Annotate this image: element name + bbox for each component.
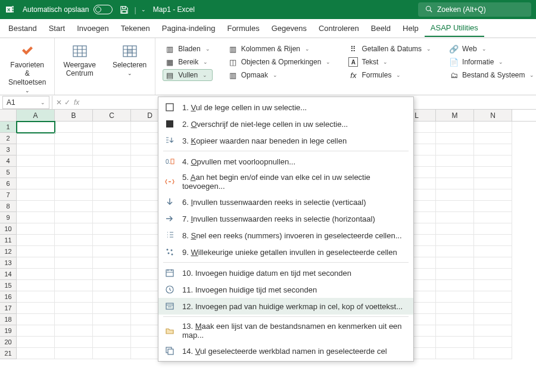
cell[interactable] <box>474 291 512 303</box>
tab-invoegen[interactable]: Invoegen <box>71 20 115 36</box>
cell[interactable] <box>474 212 512 223</box>
cell[interactable] <box>55 223 93 235</box>
getallen-button[interactable]: ⠿Getallen & Datums⌄ <box>346 43 434 55</box>
cell[interactable] <box>474 314 512 325</box>
cell[interactable] <box>55 235 93 246</box>
cell[interactable] <box>55 212 93 223</box>
cell[interactable] <box>93 348 131 359</box>
row-header[interactable]: 17 <box>0 303 17 314</box>
tab-bestand[interactable]: Bestand <box>2 20 43 36</box>
cell[interactable] <box>93 291 131 303</box>
row-header[interactable]: 3 <box>0 144 17 155</box>
cell[interactable] <box>17 257 55 269</box>
cell[interactable] <box>93 269 131 280</box>
row-header[interactable]: 9 <box>0 212 17 223</box>
bestand-button[interactable]: 🗂Bestand & Systeem⌄ <box>447 69 536 81</box>
kolommen-button[interactable]: ▥Kolommen & Rijen⌄ <box>226 43 334 55</box>
cell[interactable] <box>17 201 55 212</box>
cell[interactable] <box>55 133 93 144</box>
column-header[interactable]: A <box>17 110 55 121</box>
cell[interactable] <box>436 257 474 269</box>
menu-item-12[interactable]: 12. Invoegen pad van huidige werkmap in … <box>158 298 413 315</box>
cell[interactable] <box>17 246 55 257</box>
tab-controleren[interactable]: Controleren <box>313 20 365 36</box>
cell[interactable] <box>93 257 131 269</box>
row-header[interactable]: 16 <box>0 291 17 303</box>
cell[interactable] <box>436 246 474 257</box>
tab-tekenen[interactable]: Tekenen <box>115 20 156 36</box>
cell[interactable] <box>474 325 512 337</box>
menu-item-8[interactable]: 8. Snel een reeks (nummers) invoeren in … <box>158 227 413 244</box>
row-header[interactable]: 20 <box>0 337 17 348</box>
cell[interactable] <box>55 337 93 348</box>
cell[interactable] <box>474 303 512 314</box>
cell[interactable] <box>436 201 474 212</box>
tekst-button[interactable]: ATekst⌄ <box>346 56 434 68</box>
cell[interactable] <box>474 144 512 155</box>
row-header[interactable]: 6 <box>0 178 17 189</box>
row-header[interactable]: 19 <box>0 325 17 337</box>
row-header[interactable]: 4 <box>0 155 17 167</box>
weergave-button[interactable]: Weergave Centrum <box>60 41 99 80</box>
cell[interactable] <box>436 269 474 280</box>
search-box[interactable]: Zoeken (Alt+Q) <box>418 2 531 17</box>
cell[interactable] <box>55 246 93 257</box>
cell[interactable] <box>17 155 55 167</box>
cell[interactable] <box>17 178 55 189</box>
cell[interactable] <box>93 201 131 212</box>
cell[interactable] <box>17 235 55 246</box>
fx-icon[interactable]: fx <box>74 98 79 107</box>
cell[interactable] <box>436 291 474 303</box>
cell[interactable] <box>436 235 474 246</box>
tab-beeld[interactable]: Beeld <box>365 20 397 36</box>
cell[interactable] <box>436 133 474 144</box>
cell[interactable] <box>17 337 55 348</box>
cell[interactable] <box>55 189 93 201</box>
cell[interactable] <box>17 212 55 223</box>
menu-item-6[interactable]: 6. Invullen tussenwaarden reeks in selec… <box>158 194 413 210</box>
cell[interactable] <box>55 167 93 178</box>
cell[interactable] <box>17 291 55 303</box>
cell[interactable] <box>474 155 512 167</box>
cell[interactable] <box>93 303 131 314</box>
qat-dropdown-icon[interactable]: ⌄ <box>141 7 146 13</box>
tab-start[interactable]: Start <box>43 20 71 36</box>
cell[interactable] <box>474 189 512 201</box>
confirm-icon[interactable]: ✓ <box>64 98 70 107</box>
cell[interactable] <box>474 257 512 269</box>
cell[interactable] <box>17 122 55 133</box>
row-header[interactable]: 18 <box>0 314 17 325</box>
cell[interactable] <box>17 189 55 201</box>
informatie-button[interactable]: 📄Informatie⌄ <box>447 56 536 68</box>
cell[interactable] <box>474 337 512 348</box>
selecteren-button[interactable]: Selecteren ⌄ <box>109 41 150 79</box>
row-header[interactable]: 12 <box>0 246 17 257</box>
cell[interactable] <box>93 337 131 348</box>
cell[interactable] <box>55 291 93 303</box>
column-header[interactable]: C <box>93 110 131 121</box>
row-header[interactable]: 5 <box>0 167 17 178</box>
web-button[interactable]: 🔗Web⌄ <box>447 43 536 55</box>
cell[interactable] <box>93 235 131 246</box>
autosave-toggle[interactable]: Automatisch opslaan <box>23 5 113 14</box>
cell[interactable] <box>93 155 131 167</box>
cell[interactable] <box>93 280 131 291</box>
menu-item-5[interactable]: 5. Aan het begin en/of einde van elke ce… <box>158 170 413 194</box>
cell[interactable] <box>436 348 474 359</box>
cell[interactable] <box>17 223 55 235</box>
save-icon[interactable] <box>119 4 129 15</box>
cell[interactable] <box>17 133 55 144</box>
cell[interactable] <box>55 303 93 314</box>
cell[interactable] <box>436 155 474 167</box>
cell[interactable] <box>436 223 474 235</box>
cell[interactable] <box>436 303 474 314</box>
cell[interactable] <box>93 314 131 325</box>
cell[interactable] <box>474 269 512 280</box>
menu-item-4[interactable]: 0.4. Opvullen met voorloopnullen... <box>158 153 413 170</box>
cell[interactable] <box>17 303 55 314</box>
row-header[interactable]: 11 <box>0 235 17 246</box>
cell[interactable] <box>55 201 93 212</box>
row-header[interactable]: 7 <box>0 189 17 201</box>
cell[interactable] <box>436 167 474 178</box>
cell[interactable] <box>93 325 131 337</box>
